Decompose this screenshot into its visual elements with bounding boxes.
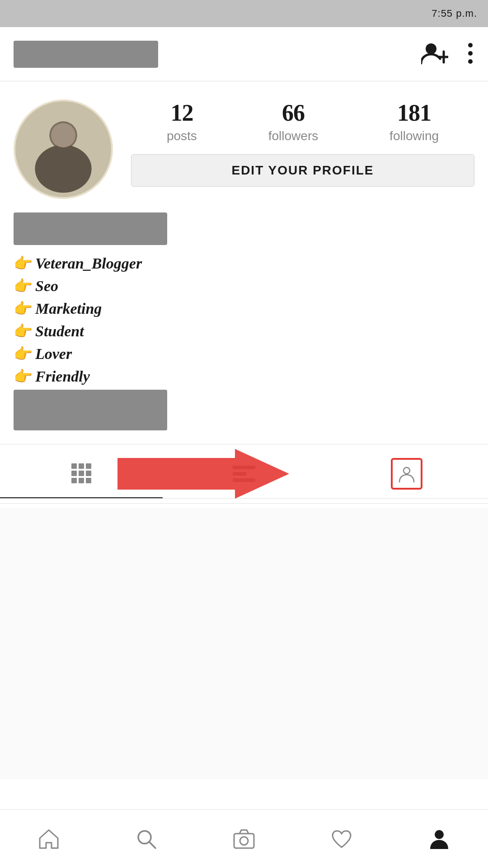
divider-2 (0, 503, 488, 504)
grid-icon (71, 463, 91, 483)
following-count: 181 (397, 99, 431, 126)
svg-rect-15 (234, 834, 254, 848)
svg-point-3 (468, 43, 473, 47)
posts-count: 12 (170, 99, 193, 126)
svg-line-14 (149, 842, 155, 848)
list-tab[interactable] (163, 449, 325, 498)
heart-icon (330, 827, 353, 851)
following-label: following (389, 129, 439, 143)
bottom-nav (0, 809, 488, 868)
list-item: 👉Lover (14, 344, 474, 363)
tagged-icon-box (391, 458, 422, 490)
nav-activity-button[interactable] (293, 810, 390, 868)
stats-row: 12 posts 66 followers 181 following (131, 99, 474, 143)
avatar[interactable] (14, 99, 113, 199)
list-item: 👉Seo (14, 277, 474, 295)
search-icon (135, 827, 158, 851)
svg-point-4 (468, 51, 473, 56)
person-tag-icon (398, 465, 416, 483)
nav-icons-group (421, 42, 474, 67)
profile-icon (427, 827, 451, 851)
bio-list: 👉Veteran_Blogger 👉Seo 👉Marketing 👉Studen… (14, 254, 474, 385)
nav-camera-button[interactable] (195, 810, 293, 868)
more-options-button[interactable] (466, 42, 474, 67)
svg-point-16 (240, 837, 248, 845)
followers-count: 66 (282, 99, 305, 126)
svg-point-17 (435, 830, 444, 839)
svg-point-10 (51, 123, 75, 147)
followers-stat[interactable]: 66 followers (268, 99, 318, 143)
list-item: 👉Veteran_Blogger (14, 254, 474, 272)
list-item: 👉Friendly (14, 367, 474, 385)
grid-tab[interactable] (0, 449, 163, 498)
nav-search-button[interactable] (98, 810, 195, 868)
followers-label: followers (268, 129, 318, 143)
camera-icon (232, 827, 256, 851)
profile-section: 12 posts 66 followers 181 following EDIT… (0, 81, 488, 208)
nav-profile-button[interactable] (390, 810, 488, 868)
bio-bottom-blur (14, 390, 167, 430)
list-item: 👉Student (14, 322, 474, 340)
home-icon (37, 827, 61, 851)
status-bar: 7:55 p.m. (0, 0, 488, 27)
status-time: 7:55 p.m. (432, 8, 477, 19)
bio-section: 👉Veteran_Blogger 👉Seo 👉Marketing 👉Studen… (0, 208, 488, 439)
nav-home-button[interactable] (0, 810, 98, 868)
svg-point-9 (35, 145, 91, 193)
posts-label: posts (167, 129, 197, 143)
posts-stat[interactable]: 12 posts (167, 99, 197, 143)
stats-area: 12 posts 66 followers 181 following EDIT… (131, 99, 474, 187)
tagged-tab[interactable] (325, 449, 488, 498)
edit-profile-button[interactable]: EDIT YOUR PROFILE (131, 154, 474, 187)
tab-bar (0, 449, 488, 499)
svg-point-11 (404, 467, 410, 474)
top-nav (0, 27, 488, 81)
svg-point-0 (426, 43, 436, 54)
tab-bar-wrapper (0, 449, 488, 499)
divider-1 (0, 444, 488, 444)
list-icon (233, 466, 255, 482)
list-item: 👉Marketing (14, 299, 474, 317)
svg-point-5 (468, 59, 473, 64)
nav-username-blur (14, 41, 158, 68)
following-stat[interactable]: 181 following (389, 99, 439, 143)
add-user-button[interactable] (421, 42, 448, 67)
bio-name-blur (14, 212, 167, 245)
content-area (0, 508, 488, 779)
